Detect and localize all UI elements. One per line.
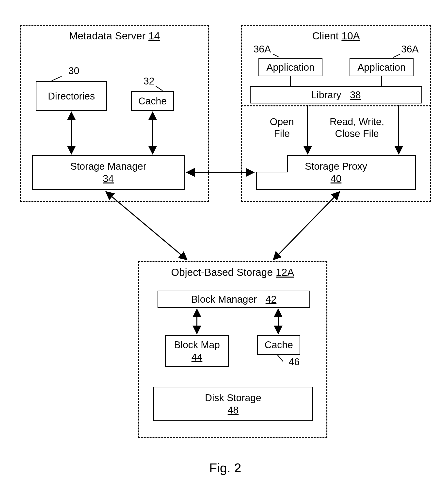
library-ref: 38 <box>350 89 361 100</box>
obs-cache-label: Cache <box>265 339 293 351</box>
figure-caption: Fig. 2 <box>209 461 241 475</box>
block-map-ref: 44 <box>192 351 203 363</box>
edge-open-file-label: Open File <box>265 116 299 139</box>
application-left-ref: 36A <box>249 43 276 55</box>
block-manager-ref: 42 <box>266 294 277 305</box>
client-title: Client 10A <box>242 30 430 42</box>
metadata-cache-label: Cache <box>138 95 167 107</box>
edge-rwc-label: Read, Write, Close File <box>321 116 393 139</box>
block-map-label: Block Map <box>174 339 220 351</box>
disk-storage-box: Disk Storage 48 <box>153 387 313 421</box>
client-ref: 10A <box>341 30 360 42</box>
metadata-server-ref: 14 <box>148 30 160 42</box>
diagram-canvas: Metadata Server 14 Directories 30 Cache … <box>0 0 448 496</box>
storage-proxy-inset <box>256 155 288 172</box>
metadata-cache-ref: 32 <box>139 75 159 87</box>
client-title-text: Client <box>312 30 338 42</box>
directories-ref: 30 <box>64 65 84 77</box>
application-left-label: Application <box>266 61 315 73</box>
disk-storage-label: Disk Storage <box>205 392 261 404</box>
storage-manager-box: Storage Manager 34 <box>32 155 185 190</box>
application-right-box: Application <box>350 58 414 76</box>
obs-cache-box: Cache <box>257 335 300 355</box>
library-box: Library 38 <box>250 86 422 103</box>
obs-ref: 12A <box>276 266 294 278</box>
application-right-ref: 36A <box>396 43 423 55</box>
metadata-cache-box: Cache <box>131 91 174 111</box>
library-label: Library <box>311 89 341 100</box>
application-right-label: Application <box>357 61 406 73</box>
obs-title-text: Object-Based Storage <box>171 266 273 278</box>
obs-cache-ref: 46 <box>284 356 304 368</box>
metadata-server-title: Metadata Server 14 <box>21 30 208 42</box>
directories-box: Directories <box>36 81 107 111</box>
obs-title: Object-Based Storage 12A <box>139 266 326 278</box>
application-left-box: Application <box>258 58 322 76</box>
storage-manager-label: Storage Manager <box>70 160 146 172</box>
block-manager-box: Block Manager 42 <box>158 291 310 308</box>
storage-proxy-ref: 40 <box>331 172 342 185</box>
storage-manager-ref: 34 <box>103 172 114 185</box>
metadata-server-title-text: Metadata Server <box>69 30 145 42</box>
block-manager-label: Block Manager <box>191 294 257 305</box>
directories-label: Directories <box>48 90 95 102</box>
disk-storage-ref: 48 <box>228 404 239 416</box>
block-map-box: Block Map 44 <box>165 335 229 367</box>
storage-proxy-label: Storage Proxy <box>305 160 367 172</box>
